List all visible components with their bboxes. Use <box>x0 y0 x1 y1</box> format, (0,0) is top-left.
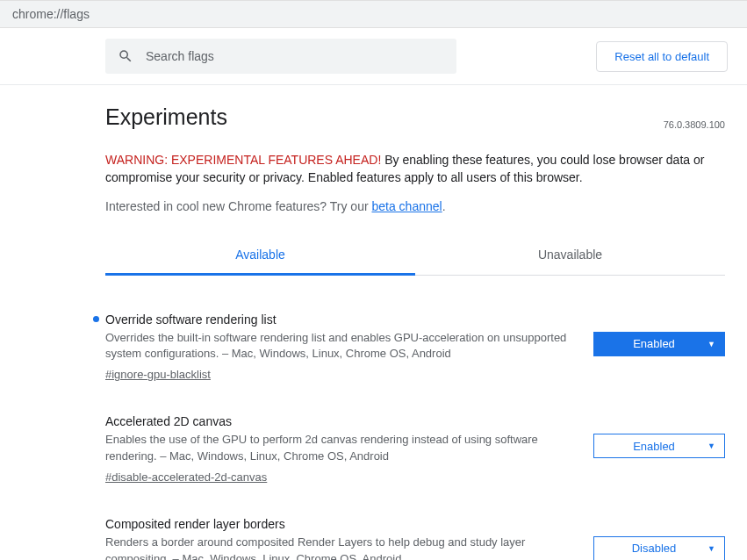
flag-description: Enables the use of the GPU to perform 2d… <box>105 432 572 465</box>
tabs: Available Unavailable <box>105 236 725 276</box>
search-icon <box>118 48 133 64</box>
version-label: 76.0.3809.100 <box>664 119 725 130</box>
flag-title: Composited render layer borders <box>105 517 572 531</box>
flag-select-value: Enabled <box>633 337 675 350</box>
flag-item: Composited render layer borders Renders … <box>105 506 725 560</box>
tab-available[interactable]: Available <box>105 236 415 276</box>
flag-select-value: Enabled <box>633 440 675 453</box>
flag-control: Disabled ▼ <box>593 517 725 560</box>
flag-description: Overrides the built-in software renderin… <box>105 330 572 363</box>
flag-control: Enabled ▼ <box>593 414 725 484</box>
flag-text: Composited render layer borders Renders … <box>105 517 572 560</box>
warning-block: WARNING: EXPERIMENTAL FEATURES AHEAD! By… <box>105 151 725 187</box>
flag-item: Override software rendering list Overrid… <box>105 302 725 405</box>
flag-text: Override software rendering list Overrid… <box>105 312 572 382</box>
tab-unavailable[interactable]: Unavailable <box>415 236 725 275</box>
flag-hash-link[interactable]: #ignore-gpu-blacklist <box>105 368 211 381</box>
toolbar-wrap: Reset all to default <box>0 28 747 85</box>
chevron-down-icon: ▼ <box>707 544 715 553</box>
flags-list: Override software rendering list Overrid… <box>105 302 725 560</box>
page-title: Experiments <box>105 104 227 130</box>
flag-select[interactable]: Enabled ▼ <box>593 332 725 356</box>
reset-all-button[interactable]: Reset all to default <box>596 41 728 72</box>
flag-title: Accelerated 2D canvas <box>105 414 572 428</box>
toolbar: Reset all to default <box>0 28 747 84</box>
flag-select-value: Disabled <box>632 542 677 555</box>
flag-item: Accelerated 2D canvas Enables the use of… <box>105 404 725 506</box>
flag-title: Override software rendering list <box>105 312 572 327</box>
search-box[interactable] <box>105 39 456 74</box>
promo-suffix: . <box>442 199 446 213</box>
flag-select[interactable]: Enabled ▼ <box>593 434 725 458</box>
beta-channel-link[interactable]: beta channel <box>371 199 442 213</box>
address-bar-text: chrome://flags <box>12 7 90 21</box>
modified-indicator <box>93 316 99 322</box>
chevron-down-icon: ▼ <box>707 442 715 450</box>
promo-text: Interested in cool new Chrome features? … <box>105 199 725 213</box>
promo-prefix: Interested in cool new Chrome features? … <box>105 199 371 213</box>
header-row: Experiments 76.0.3809.100 <box>105 104 725 130</box>
flag-hash-link[interactable]: #disable-accelerated-2d-canvas <box>105 470 267 484</box>
search-input[interactable] <box>146 49 444 63</box>
chevron-down-icon: ▼ <box>707 340 715 348</box>
address-bar[interactable]: chrome://flags <box>0 0 747 28</box>
main-content: Experiments 76.0.3809.100 WARNING: EXPER… <box>0 104 744 560</box>
flag-control: Enabled ▼ <box>593 312 725 382</box>
warning-label: WARNING: EXPERIMENTAL FEATURES AHEAD! <box>105 153 381 167</box>
flag-select[interactable]: Disabled ▼ <box>593 536 725 560</box>
flag-description: Renders a border around composited Rende… <box>105 535 572 560</box>
flag-text: Accelerated 2D canvas Enables the use of… <box>105 414 572 484</box>
